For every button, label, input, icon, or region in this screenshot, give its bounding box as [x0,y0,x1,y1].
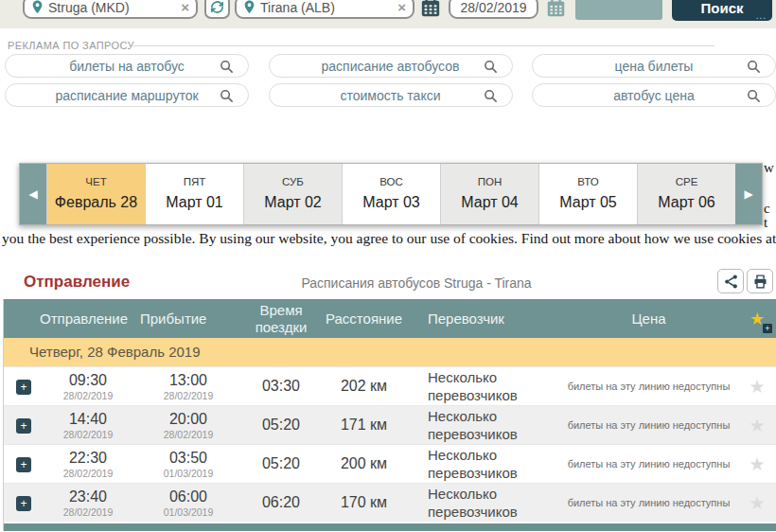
favorite-star-icon[interactable]: ★ [737,415,776,436]
expand-row-button[interactable]: + [16,380,31,395]
day-date-label: Март 03 [343,194,440,211]
clear-origin-icon[interactable]: × [181,0,189,15]
day-of-week-label: ПЯТ [146,176,243,187]
calendar-icon-secondary[interactable] [546,0,566,18]
ad-chip[interactable]: расписание автобусов [269,54,513,78]
column-header-departure: Отправление [38,310,138,327]
departure-date: 28/02/2019 [38,468,138,479]
date-group-header: Четверг, 28 Февраль 2019 [4,338,776,366]
carrier-cell: Несколько перевозчиков [404,446,560,483]
departure-time: 14:40 [38,411,138,428]
column-header-distance: Расстояние [324,310,404,327]
arrival-cell: 20:00 28/02/2019 [138,411,238,440]
duration-cell: 03:30 [238,378,324,395]
origin-value: Struga (MKD) [48,0,176,15]
duration-cell: 05:20 [238,455,324,472]
destination-input[interactable]: Tirana (ALB) × [235,0,414,19]
calendar-icon[interactable] [420,0,441,18]
ad-chip-label: цена билеты [615,59,694,74]
search-icon [483,59,499,75]
cookie-text-fragment: t [764,215,776,231]
location-pin-icon [243,0,256,14]
ad-chip[interactable]: расписание маршруток [5,83,249,107]
departure-time: 09:30 [38,372,138,389]
share-button[interactable] [717,269,744,293]
day-of-week-label: ПОН [441,176,538,187]
ticket-availability-note: билеты на эту линию недоступны [560,381,737,392]
column-header-arrival: Прибытие [138,310,238,327]
favorites-add-badge: + [763,324,772,333]
table-footer-bar [4,523,776,531]
schedule-row[interactable]: + 23:40 28/02/2019 06:00 01/03/2019 06:2… [4,483,776,522]
day-of-week-label: ВТО [539,176,637,187]
expand-row-button[interactable]: + [16,496,31,511]
arrival-cell: 03:50 01/03/2019 [138,450,238,479]
favorite-star-icon[interactable]: ★ [737,376,776,398]
arrival-date: 28/02/2019 [138,429,238,440]
schedule-row[interactable]: + 09:30 28/02/2019 13:00 28/02/2019 03:3… [4,366,776,405]
ad-chip[interactable]: цена билеты [532,54,776,78]
expand-cell: + [4,378,38,395]
clear-destination-icon[interactable]: × [397,0,406,15]
favorite-star-icon[interactable]: ★ [737,453,776,475]
day-cell[interactable]: ПЯТ Март 01 [145,164,243,224]
swap-arrows-icon [210,0,224,14]
date-carousel: ◀ ЧЕТ Февраль 28 ПЯТ Март 01 СУБ Март 02… [19,163,763,225]
favorites-column-header[interactable]: ★ + [737,309,776,329]
departure-cell: 14:40 28/02/2019 [38,411,138,440]
search-button-label: Поиск [700,0,743,16]
day-cell[interactable]: СРЕ Март 06 [637,164,735,224]
origin-input[interactable]: Struga (MKD) × [23,0,198,19]
day-cell[interactable]: ВТО Март 05 [538,164,637,224]
distance-cell: 170 км [324,494,404,511]
ticket-availability-note: билеты на эту линию недоступны [560,497,737,508]
expand-row-button[interactable]: + [16,457,31,472]
arrival-time: 20:00 [138,411,238,428]
schedule-row[interactable]: + 14:40 28/02/2019 20:00 28/02/2019 05:2… [4,405,776,444]
ticket-availability-note: билеты на эту линию недоступны [560,458,737,470]
schedule-row[interactable]: + 22:30 28/02/2019 03:50 01/03/2019 05:2… [4,444,776,483]
column-header-carrier: Перевозчик [404,310,560,327]
favorite-star-icon[interactable]: ★ [737,492,776,514]
day-date-label: Март 05 [539,194,637,211]
date-value: 28/02/2019 [460,0,526,15]
swap-locations-button[interactable] [204,0,230,19]
day-of-week-label: ВОС [343,176,440,187]
distance-cell: 171 км [324,417,404,434]
expand-cell: + [4,417,38,434]
arrival-date: 28/02/2019 [138,390,238,401]
day-of-week-label: ЧЕТ [47,176,145,187]
search-icon [746,88,762,104]
departure-cell: 09:30 28/02/2019 [38,372,138,401]
search-button[interactable]: Поиск ... [672,0,772,21]
distance-cell: 202 км [324,378,404,395]
day-date-label: Март 04 [441,194,538,211]
arrival-cell: 13:00 28/02/2019 [138,372,238,401]
duration-cell: 06:20 [238,494,324,511]
carrier-cell: Несколько перевозчиков [404,485,560,522]
ads-section-label: РЕКЛАМА ПО ЗАПРОСУ [8,40,134,51]
ad-chip-list: билеты на автобус расписание автобусов ц… [5,54,776,113]
toolbar-panel [575,0,662,20]
prev-day-button[interactable]: ◀ [20,164,46,224]
ad-chip[interactable]: билеты на автобус [5,54,249,78]
day-cell[interactable]: ВОС Март 03 [342,164,440,224]
departure-cell: 23:40 28/02/2019 [38,488,138,518]
print-button[interactable] [747,269,773,293]
expand-row-button[interactable]: + [16,418,31,434]
day-cell[interactable]: ПОН Март 04 [440,164,538,224]
search-button-dots: ... [756,10,767,21]
ad-chip-label: автобус цена [613,88,695,103]
next-day-button[interactable]: ▶ [735,164,762,224]
search-toolbar: Struga (MKD) × Tirana (ALB) × 28/02/2019 [0,0,776,28]
day-of-week-label: СУБ [244,176,342,187]
ad-chip[interactable]: автобус цена [532,83,776,107]
date-input[interactable]: 28/02/2019 [449,0,538,19]
day-date-label: Март 01 [146,194,243,211]
day-date-label: Март 06 [638,194,735,211]
day-cell[interactable]: СУБ Март 02 [243,164,342,224]
location-pin-icon [31,0,44,14]
day-cell[interactable]: ЧЕТ Февраль 28 [46,164,145,224]
ad-chip[interactable]: стоимость такси [269,83,513,107]
results-actions [717,269,773,293]
